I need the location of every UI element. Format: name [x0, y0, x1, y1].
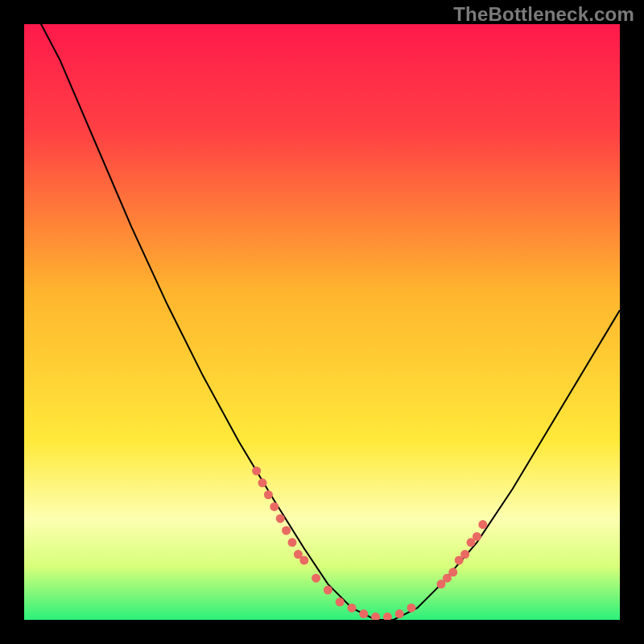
highlight-dot — [276, 514, 285, 523]
watermark-text: TheBottleneck.com — [453, 3, 634, 26]
highlight-dot — [312, 574, 320, 583]
highlight-dot — [282, 526, 291, 535]
highlight-dot — [299, 556, 308, 565]
highlight-dot — [264, 490, 273, 499]
highlight-dot — [258, 478, 267, 487]
chart-frame: TheBottleneck.com — [0, 0, 644, 644]
highlight-dot — [448, 568, 457, 576]
highlight-dot — [359, 609, 368, 618]
highlight-dot — [348, 604, 357, 613]
gradient-background — [24, 24, 620, 620]
highlight-dot — [270, 502, 279, 511]
highlight-dot — [460, 550, 469, 559]
highlight-dot — [288, 538, 297, 547]
highlight-dot — [324, 586, 332, 595]
highlight-dot — [252, 467, 261, 476]
highlight-dot — [336, 597, 345, 606]
highlight-dot — [473, 532, 481, 541]
highlight-dot — [395, 609, 404, 618]
bottleneck-chart — [24, 24, 620, 620]
highlight-dot — [478, 520, 487, 529]
highlight-dot — [407, 604, 416, 613]
